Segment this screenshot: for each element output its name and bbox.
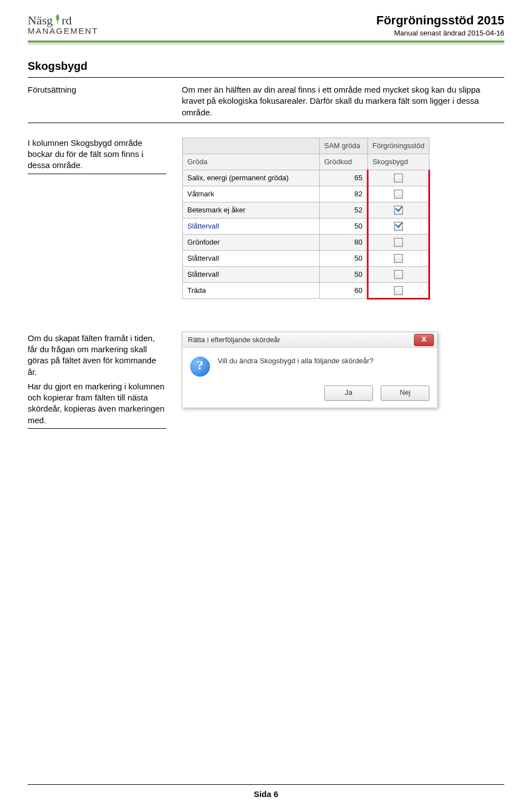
grid-col-groda: Gröda — [183, 154, 320, 170]
divider-short — [28, 174, 166, 174]
section-heading: Skogsbygd — [28, 60, 504, 73]
skogsbygd-cell[interactable] — [368, 282, 429, 298]
skogsbygd-cell[interactable] — [368, 218, 429, 234]
dialog-no-button[interactable]: Nej — [381, 385, 429, 401]
crop-name: Betesmark ej åker — [183, 202, 320, 218]
crop-name: Våtmark — [183, 186, 320, 202]
block2-caption-b: Har du gjort en markering i kolumnen och… — [28, 381, 166, 426]
table-row: Slåttervall50 — [183, 250, 429, 266]
confirm-dialog: Rätta i efterföljande skördeår X Vill du… — [182, 332, 438, 408]
skogsbygd-cell[interactable] — [368, 266, 429, 282]
divider — [28, 123, 504, 123]
grid-col-skogsbygd: Skogsbygd — [368, 154, 429, 170]
table-row: Våtmark82 — [183, 186, 429, 202]
brand-text-b: rd — [62, 14, 71, 27]
table-row: Betesmark ej åker52 — [183, 202, 429, 218]
page-footer: Sida 6 — [0, 784, 532, 799]
doc-title: Förgröningsstöd 2015 — [376, 13, 504, 28]
crop-code: 82 — [320, 186, 368, 202]
crop-code: 52 — [320, 202, 368, 218]
dialog-title: Rätta i efterföljande skördeår — [188, 336, 280, 344]
checkbox-icon[interactable] — [394, 174, 403, 182]
crop-code: 80 — [320, 234, 368, 250]
divider-short — [28, 428, 166, 429]
table-row: Salix, energi (permanent gröda)65 — [183, 170, 429, 186]
crop-code: 50 — [320, 266, 368, 282]
doc-subtitle: Manual senast ändrad 2015-04-16 — [376, 29, 504, 37]
block2-caption-a: Om du skapat fälten framåt i tiden, får … — [28, 333, 166, 378]
skogsbygd-cell[interactable] — [368, 234, 429, 250]
brand-text-a: Näsg — [28, 14, 53, 27]
skogsbygd-cell[interactable] — [368, 250, 429, 266]
crop-name: Slåttervall — [183, 250, 320, 266]
crop-name: Salix, energi (permanent gröda) — [183, 170, 320, 186]
crop-code: 60 — [320, 282, 368, 298]
grid-group-forg: Förgröningsstöd — [368, 138, 429, 154]
crop-name: Träda — [183, 282, 320, 298]
divider — [28, 77, 504, 78]
skogsbygd-cell[interactable] — [368, 170, 429, 186]
crop-code: 65 — [320, 170, 368, 186]
checkbox-icon[interactable] — [394, 238, 403, 247]
crop-name: Slåttervall — [183, 266, 320, 282]
checkbox-icon[interactable] — [394, 190, 403, 199]
crop-name: Grönfoder — [183, 234, 320, 250]
precondition-text: Om mer än hälften av din areal finns i e… — [182, 84, 504, 118]
header-rule — [28, 40, 504, 43]
brand-logo: Näsg rd MANAGEMENT — [28, 13, 99, 35]
dialog-close-button[interactable]: X — [414, 334, 434, 346]
block1-caption: I kolumnen Skogsbygd område bockar du fö… — [28, 138, 166, 171]
checkbox-icon[interactable] — [394, 270, 403, 279]
crops-grid: SAM gröda Förgröningsstöd Gröda Grödkod … — [182, 138, 430, 300]
table-row: Grönfoder80 — [183, 234, 429, 250]
grid-col-grodkod: Grödkod — [320, 154, 368, 170]
question-icon — [190, 357, 210, 377]
dialog-yes-button[interactable]: Ja — [324, 385, 373, 401]
checkbox-icon[interactable] — [394, 222, 403, 231]
crop-name: Slåttervall — [183, 218, 320, 234]
page-header: Näsg rd MANAGEMENT Förgröningsstöd 2015 … — [28, 13, 504, 37]
checkbox-icon[interactable] — [394, 206, 403, 215]
table-row: Slåttervall50 — [183, 266, 429, 282]
skogsbygd-cell[interactable] — [368, 186, 429, 202]
leaf-icon — [54, 13, 62, 24]
table-row: Slåttervall50 — [183, 218, 429, 234]
checkbox-icon[interactable] — [394, 286, 403, 295]
footer-rule — [28, 784, 504, 785]
crop-code: 50 — [320, 250, 368, 266]
precondition-label: Förutsättning — [28, 84, 166, 95]
skogsbygd-cell[interactable] — [368, 202, 429, 218]
dialog-message: Vill du ändra Skogsbygd i alla följande … — [218, 357, 374, 365]
page-number: Sida 6 — [254, 789, 278, 799]
brand-subtext: MANAGEMENT — [28, 27, 99, 35]
checkbox-icon[interactable] — [394, 254, 403, 263]
grid-group-sam: SAM gröda — [320, 138, 368, 154]
header-rule-thin — [28, 44, 504, 44]
crop-code: 50 — [320, 218, 368, 234]
table-row: Träda60 — [183, 282, 429, 298]
